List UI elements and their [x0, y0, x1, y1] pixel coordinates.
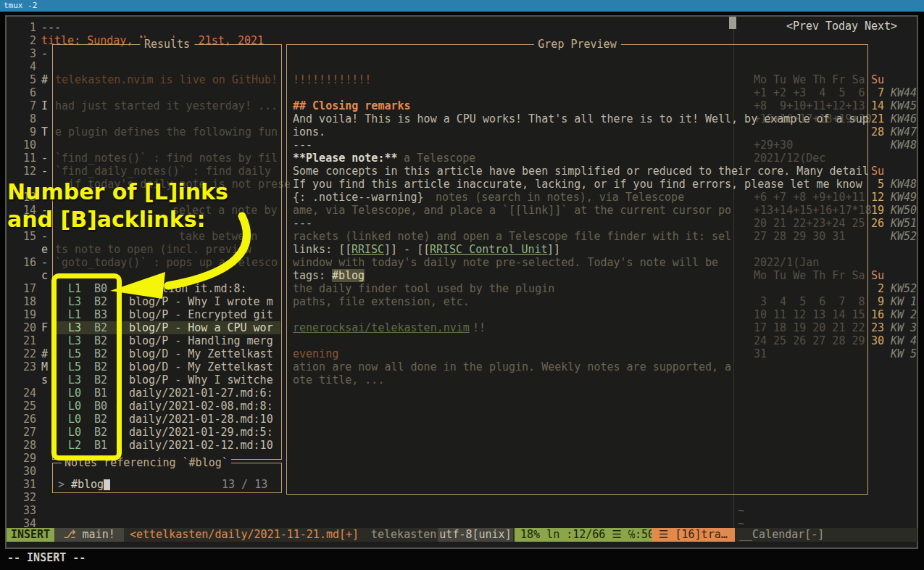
- down-arrow-icon: ⬇: [115, 282, 121, 295]
- calendar-date[interactable]: 30: [870, 334, 884, 347]
- calendar-date[interactable]: 21: [870, 112, 884, 125]
- backlinks-count: B2: [94, 295, 107, 308]
- text-cursor: [104, 479, 110, 490]
- result-item[interactable]: L3B2⬇blog/P - Handling merg: [54, 334, 280, 347]
- calendar-date[interactable]: 2: [870, 282, 884, 295]
- down-arrow-icon: ⬇: [115, 413, 121, 426]
- git-branch-icon: ⎇: [63, 528, 75, 541]
- calendar-date[interactable]: 7: [870, 86, 884, 99]
- result-item[interactable]: L3B2⬇blog/P - Why I wrote m: [54, 295, 280, 308]
- result-item[interactable]: L1B3⬇blog/P - Encrypted git: [54, 308, 280, 321]
- calendar-date[interactable]: 26: [870, 217, 884, 230]
- annotation-line1: Number of [L]inks: [7, 178, 228, 206]
- preview-text: notes (search in notes), via Telescope: [436, 191, 684, 204]
- backlinks-count: B2: [94, 426, 107, 439]
- branch-name: main!: [83, 528, 115, 541]
- buffer-text-fragment: F: [41, 321, 48, 334]
- buffer-text-fragment: s: [41, 373, 48, 387]
- links-count: L0: [68, 387, 81, 400]
- search-input[interactable]: #blog: [71, 478, 104, 491]
- result-text: daily/2021-02-08.md:8:: [129, 400, 273, 413]
- down-arrow-icon: ⬇: [115, 321, 121, 334]
- result-item[interactable]: L0B2⬇daily/2021-01-29.md:5:: [54, 426, 280, 439]
- result-item[interactable]: L0B1⬇daily/2021-01-27.md:6:: [54, 387, 280, 400]
- result-item[interactable]: L3B2⬇blog/P - Why I switche: [54, 373, 280, 387]
- calendar-date[interactable]: 16: [870, 308, 884, 321]
- line-number: 33: [16, 504, 36, 517]
- backlinks-count: B0: [94, 400, 107, 413]
- git-branch: ⎇ main!: [54, 528, 124, 542]
- links-count: L0: [68, 400, 81, 413]
- line-number: 12: [16, 165, 36, 178]
- backlinks-count: B2: [94, 413, 107, 426]
- calendar-today-button[interactable]: Today: [825, 20, 858, 33]
- result-item[interactable]: L5B2⬇blog/D - My Zettelkast: [54, 347, 280, 360]
- line-number: 31: [16, 478, 36, 491]
- calendar-week-number: KW45: [891, 99, 917, 112]
- calendar-date[interactable]: 19: [870, 204, 884, 217]
- buffer-text-fragment: -: [41, 256, 48, 269]
- results-window-title: Results: [140, 38, 194, 51]
- down-arrow-icon: ⬇: [115, 295, 121, 308]
- prompt-window: Notes referencing `#blog` > #blog 13 / 1…: [52, 463, 282, 493]
- preview-text: ## Closing remarks: [293, 99, 411, 112]
- preview-text: a Telescope: [404, 152, 475, 165]
- calendar-week-number: KW51: [891, 217, 917, 230]
- preview-text: If you find this article inaccurate, lac…: [293, 178, 862, 191]
- down-arrow-icon: ⬇: [115, 439, 121, 452]
- result-item[interactable]: L2B1⬇daily/2021-02-12.md:10: [54, 439, 280, 452]
- line-number: 24: [16, 387, 36, 400]
- preview-text: ---: [293, 139, 312, 152]
- result-item[interactable]: L3B2⬇blog/P - How a CPU wor: [54, 321, 280, 334]
- links-count: L3: [68, 334, 81, 347]
- result-item[interactable]: L5B2⬇blog/D - My Zettelkast: [54, 360, 280, 373]
- calendar-date[interactable]: 23: [870, 321, 884, 334]
- calendar-window-status: __Calendar[-]: [739, 528, 824, 542]
- calendar-date[interactable]: 5: [870, 178, 884, 191]
- backlinks-count: B2: [94, 373, 107, 387]
- backlinks-count: B3: [94, 308, 107, 321]
- line-number: 18: [16, 295, 36, 308]
- calendar-week-number: KW44: [891, 86, 917, 99]
- command-line-mode: -- INSERT --: [7, 551, 86, 564]
- buffer-text-fragment: T: [41, 125, 48, 139]
- preview-text: RRISC Control Unit: [430, 243, 548, 256]
- line-number: 8: [16, 112, 36, 125]
- calendar-date[interactable]: 9: [870, 295, 884, 308]
- calendar-next-button[interactable]: Next>: [865, 20, 897, 33]
- buffer-text-fragment: -: [41, 47, 48, 60]
- result-text: blog/D - My Zettelkast: [129, 347, 273, 360]
- preview-text: ---: [293, 217, 312, 230]
- backlinks-count: B2: [94, 360, 107, 373]
- result-counter: 13 / 13: [222, 478, 267, 491]
- statusline: INSERT ⎇ main! <ettelkasten/daily/2021-1…: [7, 528, 917, 542]
- preview-text: the daily finder tool used by the plugin: [293, 282, 554, 295]
- links-count: L5: [68, 360, 81, 373]
- buffer-text-fragment: -: [41, 165, 48, 178]
- preview-text: And voila! This is how a CPU works! That…: [293, 112, 869, 125]
- preview-text: tags:: [293, 269, 332, 282]
- preview-text: ]]: [547, 243, 560, 256]
- annotation-line2: and [B]acklinks:: [7, 206, 228, 234]
- calendar-date[interactable]: 12: [870, 191, 884, 204]
- links-count: L3: [68, 373, 81, 387]
- mode-indicator: INSERT: [7, 528, 54, 542]
- result-item[interactable]: L0B0⬇daily/2021-02-08.md:8:: [54, 400, 280, 413]
- cursor-position: 18% ln :12/66 ☰ ℅:50: [515, 528, 660, 542]
- line-number: 17: [16, 282, 36, 295]
- line-number: 4: [16, 60, 36, 73]
- calendar-prev-button[interactable]: <Prev: [786, 20, 819, 33]
- calendar-date[interactable]: 28: [870, 125, 884, 139]
- preview-text: evening: [293, 347, 338, 360]
- down-arrow-icon: ⬇: [115, 360, 121, 373]
- calendar-date[interactable]: 14: [870, 99, 884, 112]
- backlinks-count: B1: [94, 439, 107, 452]
- line-number: 25: [16, 400, 36, 413]
- line-number: 22: [16, 347, 36, 360]
- result-item[interactable]: L0B2⬇daily/2021-01-28.md:10: [54, 413, 280, 426]
- preview-text: paths, file extension, etc.: [293, 295, 470, 308]
- preview-text: renerocksai/telekasten.nvim: [293, 321, 470, 334]
- calendar-week-number: KW47: [891, 125, 917, 139]
- links-count: L3: [68, 295, 81, 308]
- result-item[interactable]: L1B0⬇i mention it.md:8:: [54, 282, 280, 295]
